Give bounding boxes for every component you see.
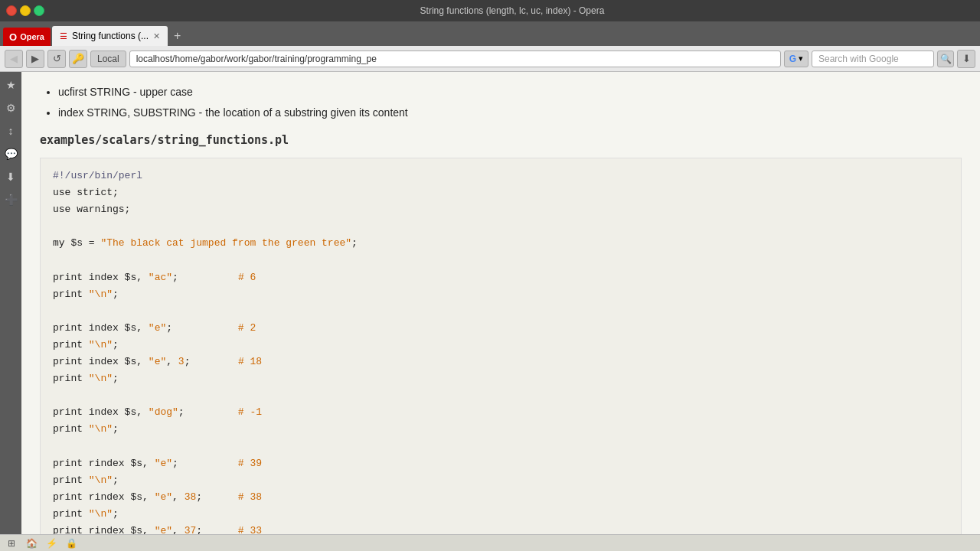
code-line: print rindex $s, "e", 37; # 33	[53, 525, 262, 534]
code-block: #!/usr/bin/perl use strict; use warnings…	[40, 158, 962, 534]
code-shebang: #!/usr/bin/perl	[53, 170, 142, 181]
url-bar[interactable]: localhost/home/gabor/work/gabor/training…	[129, 51, 781, 67]
back-button[interactable]: ◀	[5, 50, 23, 68]
opera-menu-button[interactable]: O Opera	[3, 28, 51, 46]
window-controls[interactable]	[6, 5, 44, 16]
code-line: print index $s, "e", 3; # 18	[53, 356, 262, 367]
code-line: print index $s, "e"; # 2	[53, 322, 256, 334]
maximize-button[interactable]	[34, 5, 44, 16]
location-label: Local	[90, 51, 126, 67]
opera-label: Opera	[20, 32, 44, 41]
code-line: use strict;	[53, 187, 119, 198]
code-line: print "\n";	[53, 373, 119, 384]
code-line: print rindex $s, "e"; # 39	[53, 458, 262, 469]
code-line: print "\n";	[53, 339, 119, 350]
browser-body: ★ ⚙ ↕ 💬 ⬇ ➕ ucfirst STRING - upper case …	[0, 72, 980, 534]
status-bar: ⊞ 🏠 ⚡ 🔒	[0, 534, 980, 551]
list-item: index STRING, SUBSTRING - the location o…	[58, 105, 962, 121]
google-logo: G	[789, 54, 796, 64]
forward-button[interactable]: ▶	[26, 50, 44, 68]
code-line: print rindex $s, "e", 38; # 38	[53, 491, 262, 503]
tab-icon: ☰	[60, 31, 67, 41]
bullet-list: ucfirst STRING - upper case index STRING…	[40, 84, 962, 121]
tab-label: String functions (...	[72, 31, 149, 41]
reload-button[interactable]: ↺	[47, 50, 66, 68]
close-button[interactable]	[6, 5, 17, 16]
active-tab[interactable]: ☰ String functions (... ✕	[52, 26, 168, 46]
tab-close-button[interactable]: ✕	[153, 31, 160, 41]
nav-bar: ◀ ▶ ↺ 🔑 Local localhost/home/gabor/work/…	[0, 46, 980, 72]
code-line: print "\n";	[53, 289, 119, 300]
file-path: examples/scalars/string_functions.pl	[40, 133, 962, 147]
code-line: use warnings;	[53, 204, 130, 215]
sidebar-chat[interactable]: 💬	[2, 145, 19, 162]
status-home-icon[interactable]: 🏠	[24, 536, 38, 550]
sidebar-bookmarks[interactable]: ★	[2, 77, 19, 93]
title-bar: String functions (length, lc, uc, index)…	[0, 0, 980, 21]
dropdown-arrow: ▾	[799, 54, 803, 64]
status-security-icon[interactable]: 🔒	[64, 536, 78, 550]
sidebar-transfer[interactable]: ↕	[2, 122, 19, 139]
status-page-icon[interactable]: ⊞	[5, 536, 18, 550]
sidebar: ★ ⚙ ↕ 💬 ⬇ ➕	[0, 72, 21, 534]
search-engine-selector[interactable]: G ▾	[784, 51, 808, 67]
wand-button[interactable]: 🔑	[69, 50, 87, 68]
code-line: print "\n";	[53, 423, 119, 435]
new-tab-button[interactable]: +	[169, 26, 185, 46]
sidebar-add[interactable]: ➕	[2, 191, 19, 208]
minimize-button[interactable]	[20, 5, 31, 16]
code-line: print "\n";	[53, 508, 119, 520]
sidebar-download[interactable]: ⬇	[2, 168, 19, 185]
code-line: print index $s, "ac"; # 6	[53, 272, 256, 283]
code-line: print index $s, "dog"; # -1	[53, 406, 262, 418]
search-input[interactable]: Search with Google	[812, 51, 934, 67]
window-title: String functions (length, lc, uc, index)…	[51, 5, 974, 16]
tab-bar: O Opera ☰ String functions (... ✕ +	[0, 21, 980, 46]
main-content: ucfirst STRING - upper case index STRING…	[21, 72, 980, 534]
sidebar-settings[interactable]: ⚙	[2, 99, 19, 116]
search-go-button[interactable]: 🔍	[937, 51, 954, 67]
code-line: print "\n";	[53, 474, 119, 486]
status-tools-icon[interactable]: ⚡	[44, 536, 58, 550]
code-assignment: my $s = "The black cat jumped from the g…	[53, 237, 358, 249]
list-item: ucfirst STRING - upper case	[58, 84, 962, 100]
download-button[interactable]: ⬇	[957, 50, 975, 68]
